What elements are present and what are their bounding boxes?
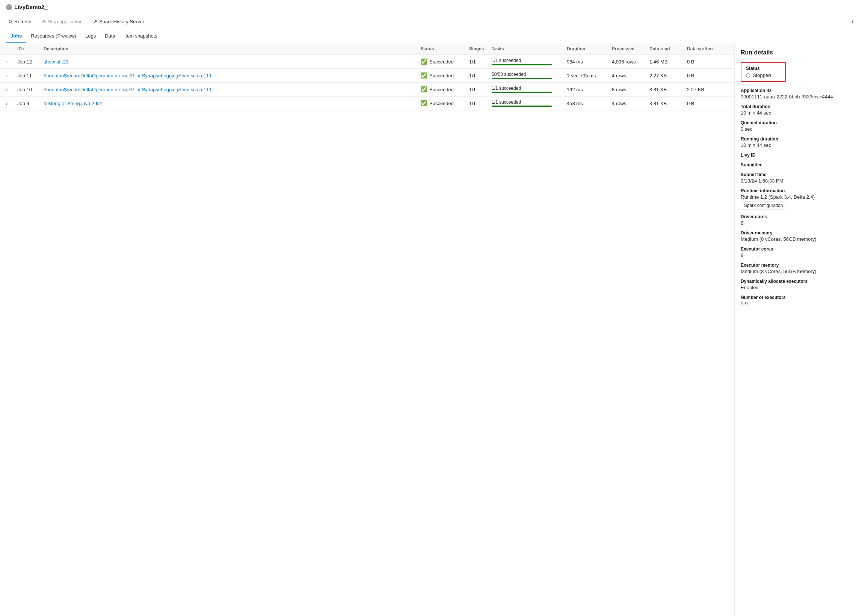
driver-memory-value: Medium (8 vCores, 56GB memory) [741, 236, 856, 242]
executor-memory-label: Executor memory [741, 262, 856, 268]
driver-cores-value: 8 [741, 220, 856, 226]
table-row: › Job 11 $anonfun$recordDeltaOperationIn… [0, 69, 734, 83]
job-data-read: 3.81 KB [649, 101, 687, 106]
expand-button[interactable]: › [6, 58, 17, 64]
status-label: Status [746, 66, 780, 71]
executor-cores-label: Executor cores [741, 247, 856, 251]
success-icon: ✅ [420, 100, 427, 107]
spark-history-button[interactable]: Spark History Server [91, 17, 146, 26]
job-status: ✅ Succeeded [420, 58, 469, 65]
driver-cores-section: Driver cores 8 [741, 214, 856, 226]
tab-snapshots[interactable]: Item snapshots [120, 29, 162, 43]
tab-data[interactable]: Data [100, 29, 119, 43]
runtime-info-value: Runtime 1.2 (Spark 3.4, Delta 2.4) [741, 194, 856, 200]
status-box: Status Stopped [741, 62, 786, 82]
toolbar: Refresh Stop application Spark History S… [0, 14, 862, 29]
task-bar [491, 92, 552, 93]
submit-time-section: Submit time 9/13/24 1:58:33 PM [741, 172, 856, 184]
submitter-label: Submitter [741, 162, 856, 168]
spark-config-button[interactable]: Spark configuration [741, 201, 786, 210]
submit-time-value: 9/13/24 1:58:33 PM [741, 178, 856, 184]
task-bar-container: 1/1 succeeded [491, 58, 567, 65]
refresh-icon [8, 19, 13, 24]
total-duration-label: Total duration [741, 104, 856, 109]
tab-resources[interactable]: Resources (Preview) [26, 29, 81, 43]
job-description[interactable]: $anonfun$recordDeltaOperationInternal$1 … [44, 73, 420, 79]
table-row: › Job 9 toString at String.java:2951 ✅ S… [0, 96, 734, 110]
job-id: Job 9 [17, 101, 44, 106]
task-bar [491, 78, 552, 79]
dynamic-alloc-value: Enabled [741, 285, 856, 290]
executor-cores-section: Executor cores 8 [741, 247, 856, 258]
run-details-title: Run details [741, 49, 856, 56]
job-id: Job 11 [17, 73, 44, 79]
job-tasks: 50/50 succeeded [491, 72, 567, 79]
job-stages: 1/1 [469, 59, 491, 64]
task-bar-fill [491, 105, 552, 107]
executor-memory-value: Medium (8 vCores, 56GB memory) [741, 269, 856, 274]
job-description[interactable]: $anonfun$recordDeltaOperationInternal$1 … [44, 87, 420, 93]
table-row: › Job 12 show at :23 ✅ Succeeded 1/1 1/1… [0, 55, 734, 69]
job-duration: 1 sec 705 ms [567, 73, 612, 79]
expand-button[interactable]: › [6, 100, 17, 106]
chevron-right-icon: › [6, 58, 8, 64]
running-duration-value: 10 min 44 sec [741, 142, 856, 148]
status-text: Succeeded [429, 101, 454, 106]
job-id: Job 12 [17, 59, 44, 64]
col-tasks-header: Tasks [491, 46, 567, 52]
stop-icon [42, 19, 46, 24]
dynamic-alloc-label: Dynamically allocate executors [741, 279, 856, 284]
run-details-panel: Run details Status Stopped Application I… [734, 43, 862, 616]
job-duration: 984 ms [567, 59, 612, 64]
status-text: Succeeded [429, 87, 454, 93]
tab-jobs[interactable]: Jobs [6, 29, 26, 43]
job-stages: 1/1 [469, 87, 491, 93]
tab-logs[interactable]: Logs [81, 29, 100, 43]
job-description[interactable]: toString at String.java:2951 [44, 101, 420, 106]
executor-cores-value: 8 [741, 252, 856, 258]
col-duration-header: Duration [567, 46, 612, 52]
num-executors-section: Number of executors 1-9 [741, 295, 856, 306]
col-desc-header: Description [44, 46, 420, 52]
job-description[interactable]: show at :23 [44, 59, 420, 64]
job-data-written: 0 B [687, 59, 728, 64]
app-title: LivyDemo2_ [6, 4, 47, 10]
job-processed: 4,096 rows [612, 59, 649, 64]
total-duration-section: Total duration 10 min 44 sec [741, 104, 856, 116]
id-sort[interactable]: ID ↑ [17, 46, 24, 52]
job-data-written: 0 B [687, 73, 728, 79]
main-layout: ID ↑ Description Status Stages Tasks Dur… [0, 43, 862, 616]
dynamic-alloc-section: Dynamically allocate executors Enabled [741, 279, 856, 290]
status-text: Succeeded [429, 73, 454, 79]
submit-time-label: Submit time [741, 172, 856, 177]
num-executors-value: 1-9 [741, 301, 856, 306]
refresh-button[interactable]: Refresh [6, 17, 34, 26]
sort-arrow-icon: ↑ [22, 47, 24, 51]
executor-memory-section: Executor memory Medium (8 vCores, 56GB m… [741, 262, 856, 274]
status-value-row: Stopped [746, 72, 780, 78]
job-tasks: 1/1 succeeded [491, 86, 567, 93]
expand-button[interactable]: › [6, 72, 17, 79]
job-processed: 8 rows [612, 87, 649, 93]
job-data-written: 0 B [687, 101, 728, 106]
app-id-value: 00001111-aaaa-2222-bbbb-3333cccc4444 [741, 94, 856, 99]
task-label: 1/1 succeeded [491, 99, 567, 105]
expand-button[interactable]: › [6, 86, 17, 93]
job-data-read: 1.46 MB [649, 59, 687, 64]
stop-button[interactable]: Stop application [40, 17, 85, 26]
info-button[interactable] [849, 17, 856, 26]
success-icon: ✅ [420, 58, 427, 65]
job-duration: 453 ms [567, 101, 612, 106]
total-duration-value: 10 min 44 sec [741, 110, 856, 116]
num-executors-label: Number of executors [741, 295, 856, 300]
runtime-info-label: Runtime information [741, 188, 856, 193]
running-duration-label: Running duration [741, 136, 856, 141]
job-processed: 4 rows [612, 101, 649, 106]
queued-duration-section: Queued duration 0 sec [741, 120, 856, 132]
app-id-label: Application ID [741, 88, 856, 93]
job-stages: 1/1 [469, 73, 491, 79]
success-icon: ✅ [420, 72, 427, 79]
task-bar-container: 1/1 succeeded [491, 86, 567, 93]
job-id: Job 10 [17, 87, 44, 93]
driver-memory-label: Driver memory [741, 230, 856, 236]
